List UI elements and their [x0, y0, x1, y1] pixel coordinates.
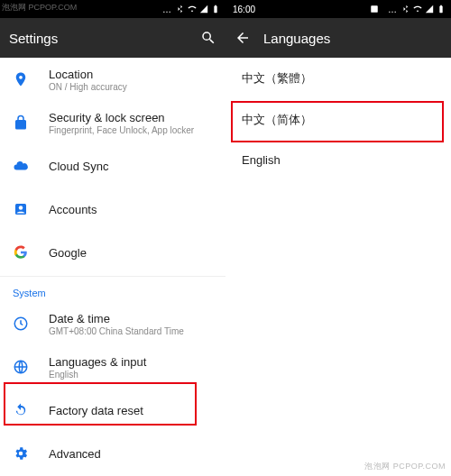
gear-icon: [13, 445, 29, 462]
settings-item-reset[interactable]: Factory data reset: [0, 389, 226, 432]
google-icon: [13, 244, 29, 261]
settings-item-datetime[interactable]: Date & time GMT+08:00 China Standard Tim…: [0, 302, 226, 345]
item-label: Advanced: [49, 447, 101, 461]
page-title: Settings: [9, 31, 188, 46]
page-title: Languages: [263, 31, 442, 46]
settings-item-location[interactable]: Location ON / High accuracy: [0, 58, 226, 101]
lock-icon: [13, 114, 29, 131]
wifi-icon: [413, 5, 422, 14]
settings-item-google[interactable]: Google: [0, 231, 226, 274]
language-label: English: [242, 153, 281, 167]
divider: [0, 276, 226, 277]
languages-toolbar: Languages: [226, 18, 451, 58]
item-label: Security & lock screen: [49, 111, 194, 124]
bluetooth-icon: [176, 5, 185, 14]
language-label: 中文（简体）: [242, 113, 312, 126]
settings-toolbar: Settings: [0, 18, 226, 58]
location-icon: [13, 71, 29, 87]
wifi-icon: [188, 5, 197, 14]
item-label: Languages & input: [49, 355, 146, 369]
account-icon: [13, 201, 29, 217]
item-label: Date & time: [49, 312, 184, 325]
svg-point-1: [19, 206, 23, 210]
item-label: Cloud Sync: [49, 160, 108, 173]
status-bar: 16:00 …: [226, 0, 451, 18]
battery-icon: [211, 5, 220, 14]
item-sub: GMT+08:00 China Standard Time: [49, 326, 184, 336]
back-icon[interactable]: [235, 30, 251, 46]
watermark-top: 泡泡网 PCPOP.COM: [2, 2, 77, 14]
languages-pane: 16:00 … Languages 中文（繁體） 中文（简体）: [226, 0, 451, 476]
item-sub: Fingerprint, Face Unlock, App locker: [49, 125, 194, 135]
clock-icon: [13, 316, 29, 332]
item-sub: ON / High accuracy: [49, 82, 127, 92]
settings-item-cloud[interactable]: Cloud Sync: [0, 144, 226, 188]
settings-item-accounts[interactable]: Accounts: [0, 188, 226, 231]
settings-item-languages[interactable]: Languages & input English: [0, 345, 226, 389]
reset-icon: [13, 402, 29, 418]
settings-pane: 泡泡网 PCPOP.COM … Settings Location ON / H…: [0, 0, 226, 476]
item-label: Accounts: [49, 203, 97, 216]
svg-rect-5: [371, 5, 378, 13]
globe-icon: [13, 359, 29, 375]
battery-icon: [437, 5, 446, 14]
status-time: 16:00: [233, 5, 255, 14]
languages-list: 中文（繁體） 中文（简体） English: [226, 58, 451, 476]
watermark: 泡泡网 PCPOP.COM: [364, 461, 446, 472]
language-label: 中文（繁體）: [242, 71, 312, 85]
settings-item-advanced[interactable]: Advanced: [0, 432, 226, 475]
cloud-icon: [13, 158, 29, 174]
section-header-system: System: [0, 279, 226, 302]
more-icon: …: [162, 5, 172, 14]
language-option[interactable]: English: [226, 141, 451, 179]
signal-icon: [199, 5, 208, 14]
signal-icon: [425, 5, 434, 14]
bluetooth-icon: [401, 5, 410, 14]
item-label: Factory data reset: [49, 404, 143, 417]
language-option[interactable]: 中文（简体）: [226, 99, 451, 141]
language-option[interactable]: 中文（繁體）: [226, 58, 451, 99]
more-icon: …: [388, 5, 398, 14]
item-sub: English: [49, 370, 146, 380]
picture-icon: [370, 5, 379, 14]
settings-list: Location ON / High accuracy Security & l…: [0, 58, 226, 476]
item-label: Location: [49, 68, 127, 81]
settings-item-security[interactable]: Security & lock screen Fingerprint, Face…: [0, 101, 226, 144]
search-icon[interactable]: [200, 30, 216, 46]
item-label: Google: [49, 246, 87, 260]
